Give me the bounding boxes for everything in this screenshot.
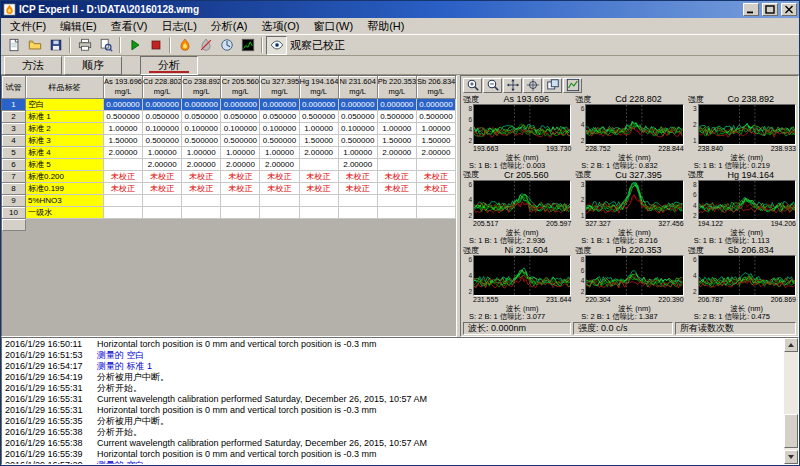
column-header-8[interactable]: Sb 206.834mg/L xyxy=(417,76,456,99)
value-cell[interactable]: 0.050000 xyxy=(221,111,260,123)
value-cell[interactable]: 1.00000 xyxy=(221,147,260,159)
value-cell[interactable] xyxy=(260,207,299,219)
plasma-on-button[interactable] xyxy=(174,36,195,55)
value-cell[interactable]: 0.000000 xyxy=(378,99,417,111)
value-cell[interactable]: 2.00000 xyxy=(339,159,378,171)
menu-item-5[interactable]: 选项(O) xyxy=(255,19,307,34)
value-cell[interactable] xyxy=(417,195,456,207)
column-header-4[interactable]: Cu 327.395mg/L xyxy=(260,76,299,99)
observation-button[interactable] xyxy=(266,36,287,55)
value-cell[interactable]: 2.00000 xyxy=(378,147,417,159)
value-cell[interactable]: 0.050000 xyxy=(339,111,378,123)
value-cell[interactable] xyxy=(378,207,417,219)
value-cell[interactable]: 1.00000 xyxy=(300,123,339,135)
value-cell[interactable]: 未校正 xyxy=(417,171,456,183)
tube-cell[interactable]: 4 xyxy=(2,135,26,147)
value-cell[interactable]: 0.000000 xyxy=(260,99,299,111)
menu-item-2[interactable]: 查看(V) xyxy=(104,19,155,34)
value-cell[interactable]: 未校正 xyxy=(221,183,260,195)
value-cell[interactable]: 0.500000 xyxy=(378,111,417,123)
value-cell[interactable] xyxy=(339,207,378,219)
value-cell[interactable]: 0.500000 xyxy=(339,135,378,147)
value-cell[interactable] xyxy=(182,207,221,219)
spectrum-plot[interactable] xyxy=(585,104,683,145)
sample-label-cell[interactable]: 标准 3 xyxy=(26,135,104,147)
value-cell[interactable]: 1.50000 xyxy=(300,135,339,147)
value-cell[interactable]: 未校正 xyxy=(300,171,339,183)
value-cell[interactable]: 1.00000 xyxy=(104,123,143,135)
tab-analysis[interactable]: 分析 xyxy=(140,56,198,75)
value-cell[interactable]: 2.00000 xyxy=(300,147,339,159)
value-cell[interactable]: 0.500000 xyxy=(221,135,260,147)
tube-cell[interactable]: 8 xyxy=(2,183,26,195)
sample-label-cell[interactable]: 标准 4 xyxy=(26,147,104,159)
tube-cell[interactable]: 3 xyxy=(2,123,26,135)
spectrum-plot[interactable] xyxy=(585,255,683,296)
value-cell[interactable]: 未校正 xyxy=(339,183,378,195)
tube-cell[interactable]: 6 xyxy=(2,159,26,171)
sample-label-cell[interactable]: 标准 5 xyxy=(26,159,104,171)
open-worksheet-button[interactable] xyxy=(24,36,45,55)
zoom-out-button[interactable] xyxy=(483,78,502,93)
value-cell[interactable]: 未校正 xyxy=(339,171,378,183)
value-cell[interactable] xyxy=(417,159,456,171)
value-cell[interactable]: 0.100000 xyxy=(143,123,182,135)
column-header-7[interactable]: Pb 220.353mg/L xyxy=(378,76,417,99)
tube-cell[interactable]: 5 xyxy=(2,147,26,159)
minimize-button[interactable] xyxy=(743,3,759,16)
run-analysis-button[interactable] xyxy=(124,36,145,55)
value-cell[interactable]: 未校正 xyxy=(104,183,143,195)
value-cell[interactable] xyxy=(143,207,182,219)
value-cell[interactable]: 0.000000 xyxy=(300,99,339,111)
value-cell[interactable] xyxy=(378,159,417,171)
value-cell[interactable] xyxy=(104,195,143,207)
value-cell[interactable]: 1.50000 xyxy=(378,135,417,147)
tab-sequence[interactable]: 顺序 xyxy=(64,56,122,75)
value-cell[interactable]: 0.000000 xyxy=(143,99,182,111)
tube-cell[interactable]: 10 xyxy=(2,207,26,219)
value-cell[interactable]: 未校正 xyxy=(260,171,299,183)
tube-cell[interactable]: 2 xyxy=(2,111,26,123)
menu-item-7[interactable]: 帮助(H) xyxy=(360,19,411,34)
sample-label-cell[interactable]: 标准 1 xyxy=(26,111,104,123)
value-cell[interactable]: 未校正 xyxy=(260,183,299,195)
stop-analysis-button[interactable] xyxy=(145,36,166,55)
overlay-traces-button[interactable] xyxy=(543,78,562,93)
value-cell[interactable]: 2.00000 xyxy=(104,147,143,159)
value-cell[interactable]: 1.00000 xyxy=(260,147,299,159)
value-cell[interactable]: 0.500000 xyxy=(182,135,221,147)
column-header-6[interactable]: Ni 231.604mg/L xyxy=(339,76,378,99)
value-cell[interactable]: 未校正 xyxy=(143,183,182,195)
sample-label-cell[interactable]: 空白 xyxy=(26,99,104,111)
value-cell[interactable]: 1.50000 xyxy=(417,135,456,147)
new-worksheet-button[interactable] xyxy=(3,36,24,55)
value-cell[interactable] xyxy=(221,195,260,207)
value-cell[interactable]: 2.00000 xyxy=(143,159,182,171)
column-header-3[interactable]: Cr 205.560mg/L xyxy=(221,76,260,99)
value-cell[interactable]: 未校正 xyxy=(300,183,339,195)
value-cell[interactable]: 未校正 xyxy=(378,171,417,183)
value-cell[interactable]: 0.100000 xyxy=(182,123,221,135)
menu-item-6[interactable]: 窗口(W) xyxy=(306,19,360,34)
value-cell[interactable]: 0.500000 xyxy=(143,135,182,147)
column-header-2[interactable]: Co 238.892mg/L xyxy=(182,76,221,99)
value-cell[interactable] xyxy=(104,207,143,219)
value-cell[interactable]: 1.00000 xyxy=(143,147,182,159)
value-cell[interactable]: 0.000000 xyxy=(417,99,456,111)
spectrum-plot[interactable] xyxy=(473,255,571,296)
plasma-off-button[interactable] xyxy=(195,36,216,55)
value-cell[interactable] xyxy=(221,207,260,219)
value-cell[interactable]: 未校正 xyxy=(221,171,260,183)
value-cell[interactable]: 0.050000 xyxy=(182,111,221,123)
spectrum-plot[interactable] xyxy=(698,104,796,145)
value-cell[interactable]: 0.050000 xyxy=(143,111,182,123)
scroll-track[interactable] xyxy=(784,352,798,450)
value-cell[interactable] xyxy=(378,195,417,207)
scroll-thumb[interactable] xyxy=(784,414,798,448)
value-cell[interactable]: 2.00000 xyxy=(221,159,260,171)
save-button[interactable] xyxy=(45,36,66,55)
spectrum-plot[interactable] xyxy=(698,180,796,221)
value-cell[interactable]: 2.00000 xyxy=(182,159,221,171)
scroll-up-button[interactable] xyxy=(784,338,798,352)
value-cell[interactable]: 0.000000 xyxy=(104,99,143,111)
